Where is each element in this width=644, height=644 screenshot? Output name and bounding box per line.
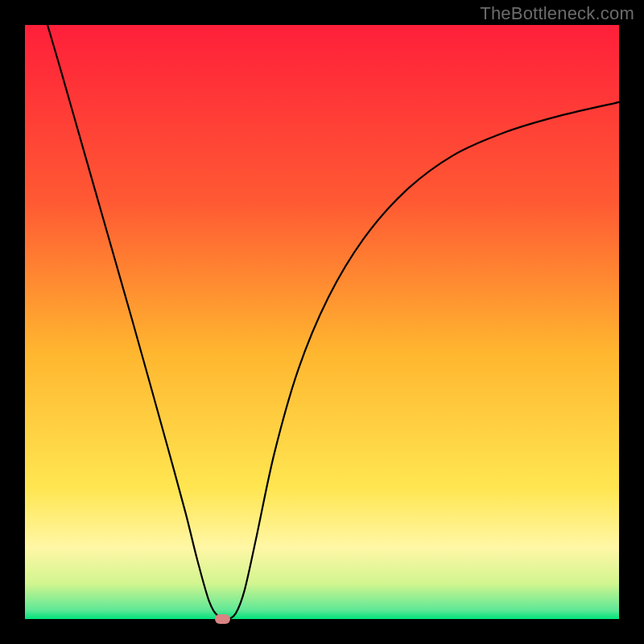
watermark-text: TheBottleneck.com xyxy=(480,3,634,24)
bottleneck-curve xyxy=(47,25,619,619)
curve-layer xyxy=(25,25,619,619)
optimal-point-marker xyxy=(215,614,230,624)
chart-frame: TheBottleneck.com xyxy=(0,0,644,644)
